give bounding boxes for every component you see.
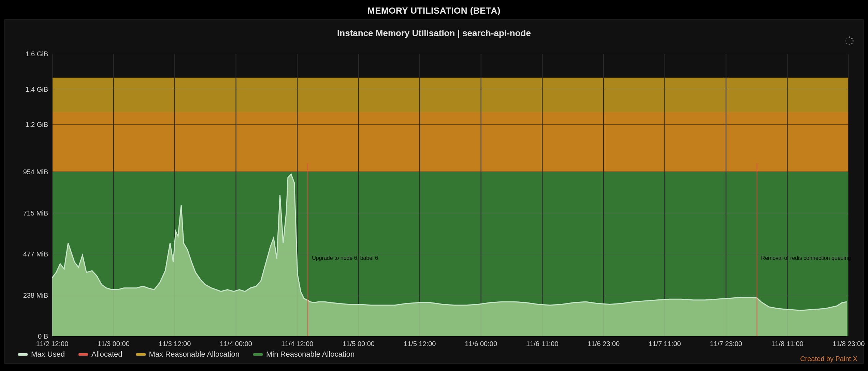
y-axis-tick-label: 1.2 GiB [14,121,48,129]
legend-item-min-reasonable[interactable]: Min Reasonable Allocation [253,350,355,359]
x-axis-tick-label: 11/5 12:00 [404,340,436,348]
y-axis-tick-label: 238 MiB [14,291,48,299]
x-axis-tick-label: 11/4 12:00 [281,340,314,348]
legend-swatch [78,353,88,356]
x-axis-tick-label: 11/8 23:00 [833,340,865,348]
svg-rect-9 [52,112,849,172]
legend-item-max-used[interactable]: Max Used [18,350,65,359]
loading-spinner-icon [844,36,854,46]
x-axis-tick-label: 11/4 00:00 [220,340,252,348]
x-axis-tick-label: 11/6 00:00 [465,340,497,348]
y-axis-tick-label: 1.6 GiB [14,50,48,58]
svg-rect-10 [52,78,849,112]
y-axis-tick-label: 954 MiB [14,168,48,176]
svg-point-2 [853,40,854,41]
svg-point-1 [851,38,852,39]
x-axis-tick-label: 11/5 00:00 [342,340,375,348]
annotation-label: Removal of redis connection queuing [761,255,851,261]
legend-item-max-reasonable[interactable]: Max Reasonable Allocation [136,350,240,359]
svg-point-4 [849,44,850,45]
plot-surface[interactable] [52,54,849,336]
chart-panel: Instance Memory Utilisation | search-api… [4,19,864,364]
x-axis-tick-label: 11/2 12:00 [36,340,69,348]
legend-item-allocated[interactable]: Allocated [78,350,122,359]
legend-label: Max Reasonable Allocation [149,350,240,359]
x-axis-tick-label: 11/6 23:00 [588,340,620,348]
x-axis-tick-label: 11/3 12:00 [159,340,191,348]
x-axis-tick-label: 11/7 23:00 [710,340,742,348]
svg-point-7 [846,38,847,39]
y-axis-tick-label: 0 B [14,332,48,340]
legend-label: Allocated [91,350,122,359]
svg-point-3 [851,43,852,44]
x-axis-tick-label: 11/6 11:00 [526,340,559,348]
y-axis-tick-label: 1.4 GiB [14,85,48,93]
x-axis-tick-label: 11/3 00:00 [97,340,130,348]
legend-label: Min Reasonable Allocation [266,350,355,359]
legend: Max Used Allocated Max Reasonable Alloca… [18,350,355,359]
annotation-label: Upgrade to node 6, babel 6 [312,255,378,261]
legend-swatch [136,353,146,356]
legend-swatch [253,353,263,356]
svg-point-6 [845,40,846,41]
legend-swatch [18,353,28,356]
x-axis-tick-label: 11/7 11:00 [649,340,681,348]
legend-label: Max Used [31,350,65,359]
y-axis-tick-label: 477 MiB [14,250,48,258]
chart-area[interactable]: 0 B238 MiB477 MiB715 MiB954 MiB1.2 GiB1.… [14,54,849,336]
y-axis-tick-label: 715 MiB [14,209,48,217]
svg-point-5 [846,43,847,44]
x-axis-tick-label: 11/8 11:00 [771,340,804,348]
panel-title: MEMORY UTILISATION (BETA) [4,5,864,16]
credit-text: Created by Paint X [800,355,857,363]
svg-point-0 [849,36,850,38]
chart-title: Instance Memory Utilisation | search-api… [4,20,864,42]
